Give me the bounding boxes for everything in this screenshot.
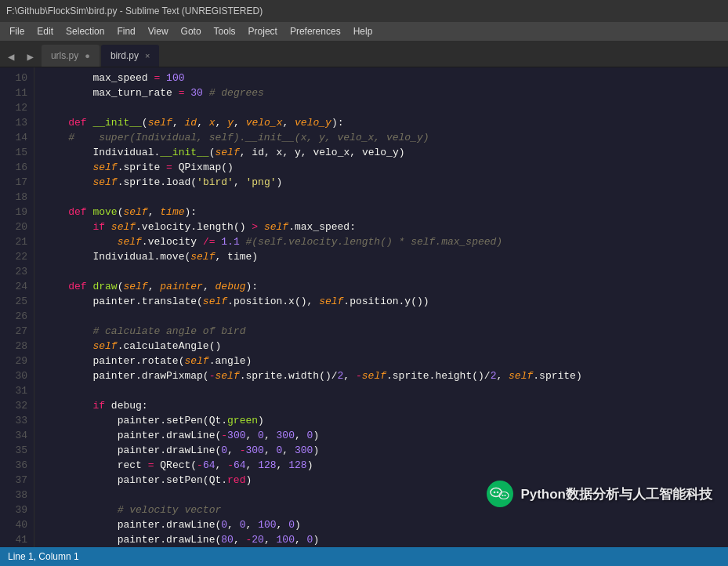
code-line-24: def draw(self, painter, debug): [44,279,728,294]
svg-point-2 [494,492,496,494]
tab-urls-py-label: urls.py [51,50,78,61]
tab-bird-py-close[interactable]: × [145,51,150,60]
svg-point-5 [502,495,504,496]
menu-find[interactable]: Find [110,22,141,41]
title-text: F:\Github\FlockSim\bird.py - Sublime Tex… [6,5,263,16]
ln-19: 19 [6,205,27,220]
svg-point-6 [505,495,506,496]
wechat-icon [486,480,514,508]
ln-28: 28 [6,339,27,354]
ln-24: 24 [6,279,27,294]
ln-36: 36 [6,458,27,473]
ln-39: 39 [6,503,27,517]
ln-30: 30 [6,368,27,383]
code-line-23 [44,264,728,279]
ln-31: 31 [6,383,27,398]
ln-38: 38 [6,488,27,503]
code-line-17: self.sprite.load('bird', 'png') [44,175,728,190]
code-line-10: max_speed = 100 [44,71,728,85]
code-line-11: max_turn_rate = 30 # degrees [44,85,728,100]
title-bar: F:\Github\FlockSim\bird.py - Sublime Tex… [0,0,728,22]
ln-20: 20 [6,220,27,234]
code-line-21: self.velocity /= 1.1 #(self.velocity.len… [44,234,728,249]
tab-bird-py-label: bird.py [110,50,139,61]
ln-32: 32 [6,398,27,413]
ln-25: 25 [6,294,27,309]
watermark: Python数据分析与人工智能科技 [486,480,712,508]
ln-26: 26 [6,309,27,324]
ln-37: 37 [6,473,27,488]
code-line-30: painter.drawPixmap(-self.sprite.width()/… [44,368,728,383]
code-line-22: Individual.move(self, time) [44,249,728,264]
ln-41: 41 [6,532,27,547]
code-line-14: # super(Individual, self).__init__(x, y,… [44,130,728,145]
tab-urls-py[interactable]: urls.py ● [42,45,100,67]
code-line-41: painter.drawLine(80, -20, 100, 0) [44,532,728,547]
ln-12: 12 [6,100,27,115]
ln-18: 18 [6,190,27,205]
code-line-26 [44,309,728,324]
status-text: Line 1, Column 1 [8,551,79,562]
ln-34: 34 [6,428,27,443]
menu-help[interactable]: Help [347,22,379,41]
ln-40: 40 [6,517,27,532]
ln-29: 29 [6,354,27,368]
ln-23: 23 [6,264,27,279]
code-line-28: self.calculateAngle() [44,339,728,354]
menu-selection[interactable]: Selection [60,22,110,41]
tab-bird-py[interactable]: bird.py × [101,45,159,67]
code-line-36: rect = QRect(-64, -64, 128, 128) [44,458,728,473]
ln-10: 10 [6,71,27,85]
menu-edit[interactable]: Edit [31,22,60,41]
ln-11: 11 [6,85,27,100]
ln-27: 27 [6,324,27,339]
code-line-12 [44,100,728,115]
ln-17: 17 [6,175,27,190]
code-line-32: if debug: [44,398,728,413]
code-line-15: Individual.__init__(self, id, x, y, velo… [44,145,728,160]
tab-urls-py-close[interactable]: ● [85,51,90,60]
menu-bar: File Edit Selection Find View Goto Tools… [0,22,728,41]
menu-file[interactable]: File [3,22,31,41]
code-line-16: self.sprite = QPixmap() [44,160,728,175]
line-numbers: 10 11 12 13 14 15 16 17 18 19 20 21 22 2… [0,67,34,547]
menu-view[interactable]: View [142,22,175,41]
code-line-40: painter.drawLine(0, 0, 100, 0) [44,517,728,532]
svg-point-3 [497,492,499,494]
code-line-35: painter.drawLine(0, -300, 0, 300) [44,443,728,458]
code-content[interactable]: max_speed = 100 max_turn_rate = 30 # deg… [34,67,728,547]
ln-33: 33 [6,413,27,428]
code-line-20: if self.velocity.length() > self.max_spe… [44,220,728,234]
code-line-31 [44,383,728,398]
code-line-33: painter.setPen(Qt.green) [44,413,728,428]
code-line-34: painter.drawLine(-300, 0, 300, 0) [44,428,728,443]
tab-nav-next[interactable]: ▶ [22,46,38,67]
ln-16: 16 [6,160,27,175]
menu-goto[interactable]: Goto [175,22,208,41]
code-line-19: def move(self, time): [44,205,728,220]
ln-35: 35 [6,443,27,458]
ln-14: 14 [6,130,27,145]
watermark-text: Python数据分析与人工智能科技 [520,485,712,503]
code-line-13: def __init__(self, id, x, y, velo_x, vel… [44,115,728,130]
code-line-29: painter.rotate(self.angle) [44,354,728,368]
code-line-27: # calculate angle of bird [44,324,728,339]
menu-project[interactable]: Project [242,22,284,41]
code-line-18 [44,190,728,205]
ln-21: 21 [6,234,27,249]
ln-15: 15 [6,145,27,160]
code-area: 10 11 12 13 14 15 16 17 18 19 20 21 22 2… [0,67,728,547]
menu-preferences[interactable]: Preferences [284,22,347,41]
tab-bar: ◀ ▶ urls.py ● bird.py × [0,41,728,67]
code-line-25: painter.translate(self.position.x(), sel… [44,294,728,309]
ln-22: 22 [6,249,27,264]
ln-13: 13 [6,115,27,130]
menu-tools[interactable]: Tools [208,22,242,41]
tab-nav-prev[interactable]: ◀ [3,46,19,67]
status-bar: Line 1, Column 1 [0,547,728,566]
